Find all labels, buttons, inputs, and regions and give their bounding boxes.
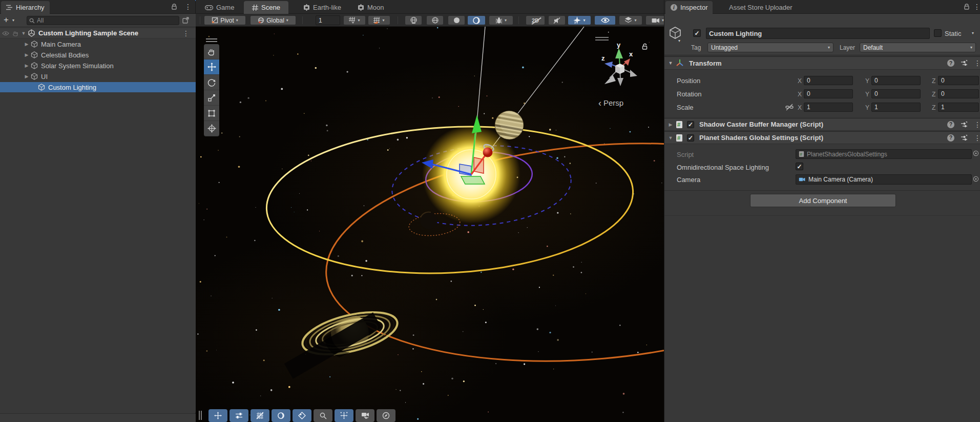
script-object-field[interactable]: # PlanetShadersGlobalSettings [796,149,972,159]
add-component-button[interactable]: Add Component [750,194,896,207]
static-checkbox[interactable] [934,29,942,37]
hierarchy-row-custom-lighting[interactable]: Custom Lighting [0,82,196,92]
scale-tool-button[interactable] [204,90,219,106]
snap-increment-input[interactable] [316,15,340,25]
preset-icon[interactable] [961,60,968,67]
wireframe-sphere-button[interactable] [405,15,422,25]
gameobject-name-input[interactable] [706,28,930,39]
solid-sphere-button[interactable] [448,15,465,25]
transform-expander[interactable]: ▼ [668,61,674,66]
tag-dropdown[interactable]: Untagged ▾ [707,43,833,52]
effects-dropdown-button[interactable]: ▾ [568,15,591,25]
overlay-drag-handle[interactable] [595,37,609,41]
active-checkbox[interactable]: ✓ [693,29,701,37]
rotation-x-input[interactable] [804,89,853,98]
hierarchy-row-ui[interactable]: ▶ UI [0,71,196,82]
position-y-input[interactable] [871,76,921,85]
tab-game[interactable]: Game [200,1,239,14]
lock-icon[interactable] [171,4,177,10]
scale-y-input[interactable] [871,103,921,112]
component-enabled-checkbox[interactable]: ✓ [687,121,694,128]
pick-window-icon[interactable] [182,16,190,24]
shadow-caster-header[interactable]: ▶ # ✓ Shadow Caster Buffer Manager (Scri… [664,118,980,131]
rect-tool-button[interactable] [204,106,219,121]
picking-hand-icon[interactable] [12,30,18,36]
transform-tool-button[interactable] [204,121,219,136]
position-z-input[interactable] [938,76,979,85]
help-icon[interactable]: ? [947,121,954,128]
row-expander[interactable]: ▶ [24,42,30,47]
overlay-drag-handle[interactable] [204,37,219,43]
layer-dropdown[interactable]: Default ▾ [860,43,976,52]
audio-mute-button[interactable] [548,15,566,25]
help-icon[interactable]: ? [947,59,954,67]
transform-kebab[interactable]: ⋮ [974,59,980,67]
component-expander[interactable]: ▶ [668,122,674,127]
scale-x-input[interactable] [804,103,853,112]
preset-icon[interactable] [961,122,968,129]
row-expander[interactable]: ▶ [24,52,30,57]
shaded-sphere-button[interactable] [426,15,444,25]
position-x-input[interactable] [804,76,853,85]
scene-visibility-button[interactable] [594,15,616,25]
hierarchy-menu-kebab[interactable]: ⋮ [184,3,192,11]
tab-moon[interactable]: Moon [352,1,389,14]
layers-dropdown-button[interactable]: ▾ [619,15,642,25]
move-tool-button[interactable] [204,59,219,75]
orientation-overlay-button[interactable] [293,409,311,422]
search-box[interactable] [27,16,179,25]
preset-icon[interactable] [961,135,968,142]
search-input[interactable] [37,17,177,24]
debug-bug-dropdown[interactable]: ▾ [489,15,513,25]
crescent-moon-button[interactable] [467,15,486,25]
grid-snap-dropdown[interactable]: ▾ [343,15,366,25]
axis-gizmo[interactable]: y x z [594,43,645,94]
component-expander[interactable]: ▼ [668,135,674,140]
rotation-y-input[interactable] [871,89,921,98]
hierarchy-bottom-strip[interactable] [0,413,196,422]
rotate-tool-button[interactable] [204,75,219,90]
camera-object-field[interactable]: Main Camera (Camera) [796,174,972,185]
hierarchy-row-solar-system[interactable]: ▶ Solar System Simulation [0,61,196,71]
hierarchy-row-celestial-bodies[interactable]: ▶ Celestial Bodies [0,50,196,60]
tab-hierarchy[interactable]: Hierarchy [1,1,50,14]
link-scale-icon[interactable] [785,104,794,111]
object-picker-icon[interactable] [973,150,979,156]
tab-earth-like[interactable]: Earth-like [298,1,346,14]
navigation-overlay-button[interactable] [377,409,395,422]
component-kebab[interactable]: ⋮ [974,120,980,129]
object-picker-icon[interactable] [973,176,979,182]
component-enabled-checkbox[interactable]: ✓ [687,134,694,142]
search-overlay-button[interactable] [314,409,332,422]
omni-checkbox[interactable]: ✓ [796,163,803,170]
create-dropdown-arrow[interactable]: ▾ [12,18,14,23]
toggle-2d-button[interactable]: 2D [526,15,545,25]
visibility-eye-icon[interactable] [2,31,9,36]
tab-scene[interactable]: Scene [244,1,288,14]
lock-icon[interactable] [964,4,970,10]
create-button[interactable]: + [4,15,9,25]
cameras-overlay-button[interactable] [356,409,374,422]
grid-visibility-dropdown[interactable]: ▾ [368,15,390,25]
hierarchy-row-scene[interactable]: ▼ Custom Lighting Sample Scene ⋮ [0,28,196,38]
tool-settings-overlay-button[interactable] [230,409,248,422]
hierarchy-row-main-camera[interactable]: ▶ Main Camera [0,39,196,49]
scene-viewport[interactable]: y x z ‹ Persp [196,27,664,422]
hand-tool-button[interactable] [204,44,219,59]
tab-asset-store-uploader[interactable]: Asset Store Uploader [724,1,798,14]
gameobject-icon-dropdown[interactable]: ▾ [678,39,680,43]
move-tools-overlay-button[interactable] [208,409,227,422]
inspector-menu-kebab[interactable]: ⋮ [973,3,980,11]
scale-z-input[interactable] [938,103,979,112]
scene-expander[interactable]: ▼ [20,31,27,36]
grid-snap-overlay-button[interactable] [251,409,269,422]
row-expander[interactable]: ▶ [24,74,30,79]
projection-label[interactable]: ‹ Persp [598,98,623,107]
planet-shaders-header[interactable]: ▼ # ✓ Planet Shaders Global Settings (Sc… [664,131,980,144]
row-expander[interactable]: ▶ [24,63,30,68]
overlay-drag-handle[interactable] [199,411,202,420]
scene-row-kebab[interactable]: ⋮ [182,29,190,37]
static-dropdown-arrow[interactable]: ▾ [972,31,974,35]
rotation-z-input[interactable] [938,89,979,98]
global-dropdown[interactable]: Global ▾ [250,15,296,25]
